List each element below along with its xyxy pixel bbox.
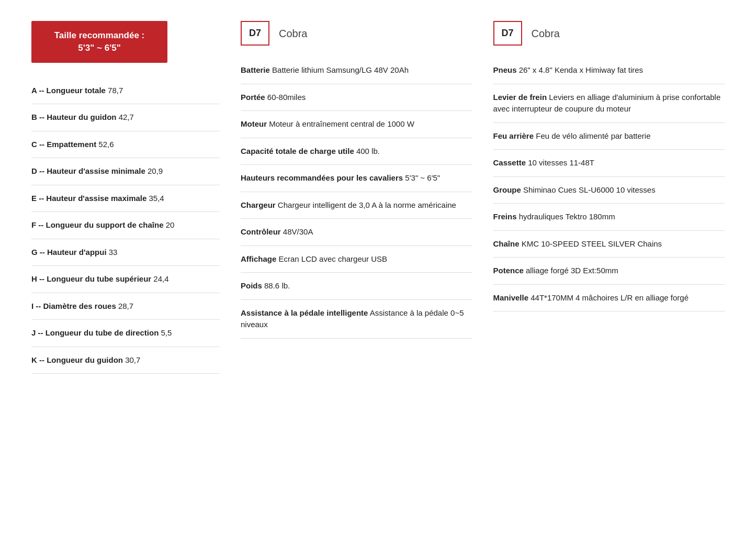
spec-label: G -- Hauteur d'appui (31, 248, 107, 257)
spec-value: 42,7 (119, 113, 134, 121)
spec-row: Potence alliage forgé 3D Ext:50mm (493, 258, 725, 285)
spec-value: 44T*170MM 4 mâchoires L/R en alliage for… (531, 293, 689, 302)
spec-label: A -- Longueur totale (31, 86, 106, 95)
spec-value: 28,7 (118, 302, 133, 310)
spec-row: Levier de frein Leviers en alliage d'alu… (493, 84, 725, 123)
spec-key: Contrôleur (241, 227, 281, 236)
spec-value: 35,4 (149, 194, 164, 203)
col-dimensions: Taille recommandée : 5'3" ~ 6'5" A -- Lo… (31, 21, 220, 374)
spec-row: Assistance à la pédale intelligente Assi… (241, 300, 472, 339)
size-badge-line2: 5'3" ~ 6'5" (78, 43, 120, 53)
list-item: B -- Hauteur du guidon 42,7 (31, 104, 220, 131)
spec-key: Poids (241, 281, 262, 290)
model-name-right: Cobra (532, 26, 560, 41)
size-badge-line1: Taille recommandée : (54, 30, 145, 40)
spec-value: KMC 10-SPEED STEEL SILVER Chains (522, 239, 662, 248)
spec-value: 400 lb. (356, 147, 380, 155)
spec-value: 20,9 (148, 166, 163, 175)
spec-row: Moteur Moteur à entraînement central de … (241, 111, 472, 138)
list-item: H -- Longueur du tube supérieur 24,4 (31, 266, 220, 293)
spec-row: Contrôleur 48V/30A (241, 219, 472, 246)
spec-value: 26" x 4.8" Kenda x Himiway fat tires (519, 65, 643, 74)
spec-value: 5'3" ~ 6'5" (405, 173, 440, 182)
spec-row: Affichage Ecran LCD avec chargeur USB (241, 246, 472, 273)
spec-key: Manivelle (493, 293, 529, 302)
spec-value: Ecran LCD avec chargeur USB (279, 254, 388, 263)
spec-label: F -- Longueur du support de chaîne (31, 220, 164, 229)
list-item: G -- Hauteur d'appui 33 (31, 239, 220, 266)
spec-label: C -- Empattement (31, 140, 96, 149)
spec-value: Feu de vélo alimenté par batterie (536, 131, 650, 140)
spec-key: Chargeur (241, 200, 276, 209)
spec-value: 30,7 (125, 355, 140, 364)
spec-row: Cassette 10 vitesses 11-48T (493, 150, 725, 177)
spec-row: Groupe Shiminao Cues SL-U6000 10 vitesse… (493, 177, 725, 204)
list-item: A -- Longueur totale 78,7 (31, 77, 220, 105)
spec-value: 52,6 (98, 140, 114, 149)
spec-key: Batterie (241, 65, 270, 74)
spec-value: alliage forgé 3D Ext:50mm (526, 266, 618, 275)
spec-value: hydrauliques Tektro 180mm (519, 212, 615, 221)
spec-value: 20 (166, 220, 175, 229)
spec-value: Shiminao Cues SL-U6000 10 vitesses (523, 185, 656, 194)
col-specs-right: D7 Cobra Pneus 26" x 4.8" Kenda x Himiwa… (493, 21, 725, 374)
page-wrapper: Taille recommandée : 5'3" ~ 6'5" A -- Lo… (0, 0, 756, 395)
spec-key: Freins (493, 212, 517, 221)
spec-value: Chargeur intelligent de 3,0 A à la norme… (278, 200, 456, 209)
spec-value: 10 vitesses 11-48T (528, 158, 594, 167)
spec-key: Assistance à la pédale intelligente (241, 308, 368, 317)
spec-value: Moteur à entraînement central de 1000 W (269, 119, 414, 128)
list-item: F -- Longueur du support de chaîne 20 (31, 212, 220, 239)
spec-label: D -- Hauteur d'assise minimale (31, 166, 145, 175)
spec-row: Feu arrière Feu de vélo alimenté par bat… (493, 123, 725, 150)
spec-key: Affichage (241, 254, 276, 263)
spec-row: Capacité totale de charge utile 400 lb. (241, 138, 472, 165)
spec-value: 33 (109, 248, 118, 257)
mid-specs-container: Batterie Batterie lithium Samsung/LG 48V… (241, 57, 472, 339)
spec-value: 24,4 (153, 274, 168, 283)
size-badge: Taille recommandée : 5'3" ~ 6'5" (31, 21, 167, 63)
list-item: K -- Longueur du guidon 30,7 (31, 347, 220, 374)
spec-label: J -- Longueur du tube de direction (31, 328, 159, 337)
spec-value: 60-80miles (267, 93, 306, 102)
model-header-right: D7 Cobra (493, 21, 725, 46)
spec-value: 5,5 (161, 328, 172, 337)
spec-key: Levier de frein (493, 93, 547, 102)
spec-key: Capacité totale de charge utile (241, 147, 354, 155)
spec-label: B -- Hauteur du guidon (31, 113, 116, 121)
right-specs-container: Pneus 26" x 4.8" Kenda x Himiway fat tir… (493, 57, 725, 311)
spec-key: Pneus (493, 65, 517, 74)
spec-row: Hauteurs recommandées pour les cavaliers… (241, 165, 472, 192)
spec-label: I -- Diamètre des roues (31, 302, 116, 310)
spec-row: Portée 60-80miles (241, 84, 472, 112)
spec-row: Poids 88.6 lb. (241, 273, 472, 300)
spec-row: Manivelle 44T*170MM 4 mâchoires L/R en a… (493, 285, 725, 312)
model-badge-mid: D7 (241, 21, 269, 46)
spec-row: Freins hydrauliques Tektro 180mm (493, 204, 725, 231)
list-item: E -- Hauteur d'assise maximale 35,4 (31, 185, 220, 213)
spec-key: Feu arrière (493, 131, 534, 140)
dimensions-list: A -- Longueur totale 78,7B -- Hauteur du… (31, 77, 220, 374)
spec-key: Hauteurs recommandées pour les cavaliers (241, 173, 403, 182)
spec-key: Cassette (493, 158, 526, 167)
spec-value: 48V/30A (283, 227, 313, 236)
spec-key: Moteur (241, 119, 267, 128)
spec-value: 88.6 lb. (264, 281, 290, 290)
model-header-mid: D7 Cobra (241, 21, 472, 46)
spec-key: Portée (241, 93, 265, 102)
list-item: D -- Hauteur d'assise minimale 20,9 (31, 158, 220, 185)
list-item: I -- Diamètre des roues 28,7 (31, 293, 220, 320)
col-specs-mid: D7 Cobra Batterie Batterie lithium Samsu… (241, 21, 472, 374)
spec-row: Chargeur Chargeur intelligent de 3,0 A à… (241, 192, 472, 219)
model-name-mid: Cobra (279, 26, 307, 41)
model-badge-right: D7 (493, 21, 522, 46)
spec-label: E -- Hauteur d'assise maximale (31, 194, 146, 203)
spec-value: 78,7 (108, 86, 123, 95)
spec-key: Potence (493, 266, 524, 275)
spec-key: Groupe (493, 185, 521, 194)
spec-label: K -- Longueur du guidon (31, 355, 123, 364)
list-item: C -- Empattement 52,6 (31, 131, 220, 159)
spec-row: Chaîne KMC 10-SPEED STEEL SILVER Chains (493, 231, 725, 258)
spec-row: Pneus 26" x 4.8" Kenda x Himiway fat tir… (493, 57, 725, 84)
spec-label: H -- Longueur du tube supérieur (31, 274, 151, 283)
